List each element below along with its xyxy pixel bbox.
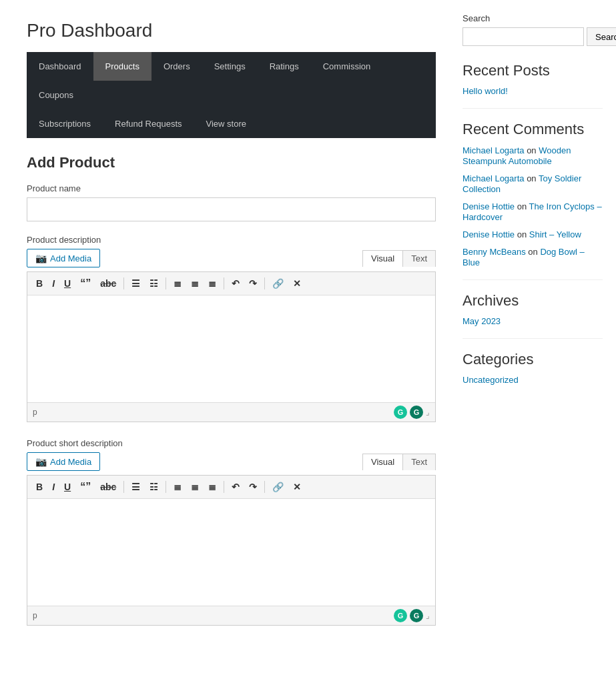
italic-btn-short[interactable]: I bbox=[49, 480, 58, 494]
editor-top-desc: 📷 Add Media Visual Text bbox=[27, 249, 436, 267]
comment-4-text: Denise Hottie on Shirt – Yellow bbox=[463, 229, 581, 239]
toolbar-divider-2-short bbox=[166, 481, 166, 493]
product-short-desc-label: Product short description bbox=[27, 438, 436, 448]
comment-3-author[interactable]: Denise Hottie bbox=[463, 201, 515, 211]
editor-wrapper-desc: B I U “” abc ☰ ☷ ≣ ≣ ≣ ↶ ↷ 🔗 bbox=[27, 271, 436, 422]
redo-btn-desc[interactable]: ↷ bbox=[246, 277, 260, 290]
comment-2-author[interactable]: Michael Logarta bbox=[463, 173, 525, 183]
nav-subscriptions[interactable]: Subscriptions bbox=[27, 109, 103, 138]
comment-1-on: on bbox=[527, 145, 539, 155]
categories-title: Categories bbox=[463, 351, 603, 368]
nav-refund-requests[interactable]: Refund Requests bbox=[103, 109, 194, 138]
ul-btn-short[interactable]: ☰ bbox=[128, 480, 143, 494]
comment-2: Michael Logarta on Toy Soldier Collectio… bbox=[463, 173, 603, 194]
bold-btn-desc[interactable]: B bbox=[33, 277, 46, 290]
comment-5-text: Benny McBeans on Dog Bowl – Blue bbox=[463, 247, 585, 267]
nav-ratings[interactable]: Ratings bbox=[258, 52, 311, 81]
align-right-btn-short[interactable]: ≣ bbox=[205, 480, 220, 494]
page-title: Pro Dashboard bbox=[27, 20, 436, 41]
toolbar-divider-1-desc bbox=[123, 277, 124, 289]
nav-commission[interactable]: Commission bbox=[311, 52, 383, 81]
align-left-btn-desc[interactable]: ≣ bbox=[170, 277, 185, 290]
grammarly-green-icon-desc: G bbox=[394, 406, 407, 419]
product-description-section: Product description 📷 Add Media Visual T… bbox=[27, 235, 436, 422]
comment-5: Benny McBeans on Dog Bowl – Blue bbox=[463, 246, 603, 267]
close-btn-desc[interactable]: ✕ bbox=[290, 277, 304, 290]
redo-btn-short[interactable]: ↷ bbox=[246, 480, 260, 494]
sidebar-search-label: Search bbox=[463, 13, 603, 23]
blockquote-btn-short[interactable]: “” bbox=[77, 480, 94, 494]
product-name-input[interactable] bbox=[27, 197, 436, 221]
archive-may-2023[interactable]: May 2023 bbox=[463, 316, 603, 326]
comment-2-on: on bbox=[527, 173, 539, 183]
visual-tab-desc[interactable]: Visual bbox=[363, 251, 402, 267]
strikethrough-btn-short[interactable]: abc bbox=[97, 480, 119, 494]
category-uncategorized[interactable]: Uncategorized bbox=[463, 375, 603, 385]
undo-btn-desc[interactable]: ↶ bbox=[228, 277, 243, 290]
comment-4-link[interactable]: Shirt – Yellow bbox=[529, 229, 581, 239]
add-media-button-short[interactable]: 📷 Add Media bbox=[27, 452, 100, 471]
add-media-label-short: Add Media bbox=[50, 457, 91, 467]
underline-btn-desc[interactable]: U bbox=[61, 277, 74, 290]
comment-1-text: Michael Logarta on Wooden Steampunk Auto… bbox=[463, 145, 571, 166]
archives-title: Archives bbox=[463, 292, 603, 309]
add-media-label: Add Media bbox=[50, 253, 91, 263]
strikethrough-btn-desc[interactable]: abc bbox=[97, 277, 119, 290]
editor-top-short: 📷 Add Media Visual Text bbox=[27, 452, 436, 471]
toolbar-divider-2-desc bbox=[166, 277, 166, 289]
editor-icons-desc: G G ⌟ bbox=[394, 406, 430, 419]
editor-body-short[interactable] bbox=[27, 499, 435, 606]
nav-products[interactable]: Products bbox=[93, 52, 151, 81]
link-btn-desc[interactable]: 🔗 bbox=[269, 277, 287, 290]
align-center-btn-short[interactable]: ≣ bbox=[188, 480, 202, 494]
comment-1-author[interactable]: Michael Logarta bbox=[463, 145, 525, 155]
align-left-btn-short[interactable]: ≣ bbox=[170, 480, 185, 494]
align-center-btn-desc[interactable]: ≣ bbox=[188, 277, 202, 290]
nav-coupons[interactable]: Coupons bbox=[27, 81, 85, 109]
editor-body-desc[interactable] bbox=[27, 295, 435, 402]
nav-orders[interactable]: Orders bbox=[151, 52, 202, 81]
bold-btn-short[interactable]: B bbox=[33, 480, 46, 494]
visual-text-tabs-short: Visual Text bbox=[362, 454, 436, 470]
blockquote-btn-desc[interactable]: “” bbox=[77, 276, 94, 291]
editor-footer-short: p G G ⌟ bbox=[27, 606, 435, 625]
editor-footer-label-desc: p bbox=[33, 408, 37, 417]
editor-icons-short: G G ⌟ bbox=[394, 609, 430, 622]
resize-handle-desc[interactable]: ⌟ bbox=[426, 408, 430, 417]
undo-btn-short[interactable]: ↶ bbox=[228, 480, 243, 494]
add-media-icon-short: 📷 bbox=[35, 456, 47, 467]
ol-btn-short[interactable]: ☷ bbox=[146, 480, 162, 494]
nav-view-store[interactable]: View store bbox=[194, 109, 258, 138]
sidebar-search-row: Search bbox=[463, 27, 603, 46]
comment-5-author[interactable]: Benny McBeans bbox=[463, 247, 526, 257]
recent-post-hello-world[interactable]: Hello world! bbox=[463, 86, 603, 96]
underline-btn-short[interactable]: U bbox=[61, 480, 74, 494]
link-btn-short[interactable]: 🔗 bbox=[269, 480, 287, 494]
visual-tab-short[interactable]: Visual bbox=[363, 454, 402, 470]
grammarly-green-icon-short: G bbox=[394, 609, 407, 622]
visual-text-tabs-desc: Visual Text bbox=[362, 250, 436, 267]
nav-dashboard[interactable]: Dashboard bbox=[27, 52, 93, 81]
nav-settings[interactable]: Settings bbox=[202, 52, 258, 81]
resize-handle-short[interactable]: ⌟ bbox=[426, 611, 430, 620]
ul-btn-desc[interactable]: ☰ bbox=[128, 277, 143, 290]
sidebar-search-button[interactable]: Search bbox=[587, 27, 616, 46]
comment-4-author[interactable]: Denise Hottie bbox=[463, 229, 515, 239]
recent-comments-title: Recent Comments bbox=[463, 121, 603, 138]
add-media-button-desc[interactable]: 📷 Add Media bbox=[27, 249, 100, 267]
sidebar: Search Search Recent Posts Hello world! … bbox=[463, 13, 603, 642]
nav-bar: Dashboard Products Orders Settings Ratin… bbox=[27, 52, 436, 138]
comment-3-text: Denise Hottie on The Iron Cyclops – Hard… bbox=[463, 201, 602, 222]
sidebar-search-input[interactable] bbox=[463, 27, 584, 46]
nav-row-1: Dashboard Products Orders Settings Ratin… bbox=[27, 52, 436, 109]
comment-5-on: on bbox=[528, 247, 540, 257]
ol-btn-desc[interactable]: ☷ bbox=[146, 277, 162, 290]
align-right-btn-desc[interactable]: ≣ bbox=[205, 277, 220, 290]
text-tab-short[interactable]: Text bbox=[402, 454, 435, 470]
close-btn-short[interactable]: ✕ bbox=[290, 480, 304, 494]
divider-1 bbox=[463, 108, 603, 109]
toolbar-desc: B I U “” abc ☰ ☷ ≣ ≣ ≣ ↶ ↷ 🔗 bbox=[27, 272, 435, 295]
toolbar-divider-4-short bbox=[264, 481, 265, 493]
text-tab-desc[interactable]: Text bbox=[402, 251, 435, 267]
italic-btn-desc[interactable]: I bbox=[49, 277, 58, 290]
